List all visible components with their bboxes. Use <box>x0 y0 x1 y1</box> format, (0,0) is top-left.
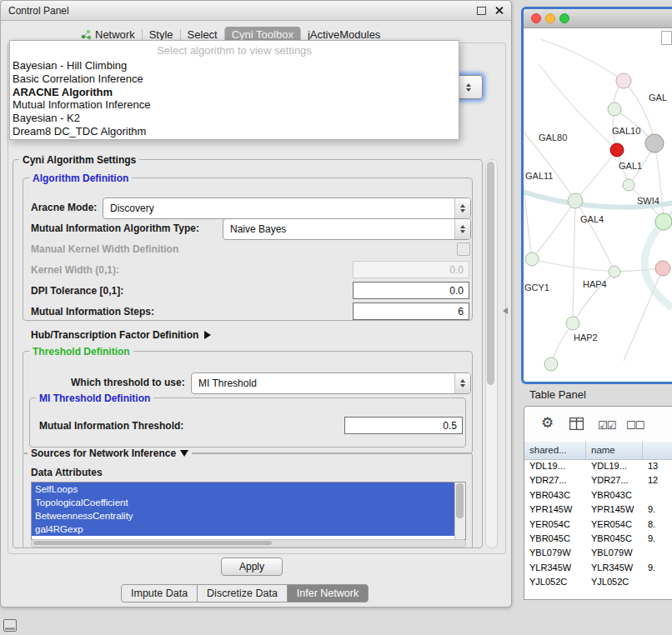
which-threshold-combo[interactable]: MI Threshold <box>191 372 471 394</box>
mi-algorithm-type-combo[interactable]: Naive Bayes <box>223 218 471 240</box>
cell: 9. <box>643 561 672 575</box>
table-row[interactable]: YDL19...YDL19...13 <box>524 459 672 473</box>
network-canvas[interactable]: GAL GAL80 GAL10 GAL11 GAL1 SWI4 GAL4 GCY… <box>524 28 672 377</box>
cell: 13 <box>643 459 672 473</box>
cell: 8. <box>643 518 672 532</box>
cell: YJL052C <box>586 575 643 589</box>
mi-steps-field[interactable]: 6 <box>353 302 469 320</box>
cell: YER054C <box>524 518 586 532</box>
hub-tf-definition-label: Hub/Transcription Factor Definition <box>31 329 198 341</box>
table-row[interactable]: YBR045CYBR045C9. <box>524 532 672 546</box>
algorithm-option[interactable]: Mutual Information Inference <box>10 98 459 112</box>
column-select-icon[interactable] <box>569 418 584 430</box>
node-green[interactable] <box>525 252 539 266</box>
node-label: GAL1 <box>619 161 642 171</box>
table-row[interactable]: YER054CYER054C8. <box>524 518 672 532</box>
node-green-hap2[interactable] <box>566 317 579 330</box>
tab-infer-network[interactable]: Infer Network <box>287 584 369 602</box>
tab-impute-data[interactable]: Impute Data <box>121 584 198 602</box>
cell <box>643 575 672 589</box>
node-green[interactable] <box>609 266 620 278</box>
minimize-traffic-light[interactable] <box>545 13 555 23</box>
algorithm-option-selected[interactable]: ARACNE Algorithm <box>10 86 459 99</box>
node-red-gal10[interactable] <box>610 143 624 157</box>
node-green[interactable] <box>655 213 672 230</box>
tab-discretize-data[interactable]: Discretize Data <box>197 584 288 602</box>
which-threshold-label: Which threshold to use: <box>71 377 185 388</box>
attribute-item[interactable]: SelfLoops <box>32 482 465 496</box>
sources-group-title[interactable]: Sources for Network Inference <box>28 448 192 459</box>
select-all-checkboxes-icon[interactable]: ☑☑ <box>598 418 615 433</box>
expand-right-icon <box>204 331 211 339</box>
float-window-icon[interactable] <box>477 7 486 15</box>
algorithm-option[interactable]: Bayesian - K2 <box>10 112 459 125</box>
which-threshold-value: MI Threshold <box>192 378 454 389</box>
cell: YPR145W <box>524 502 586 517</box>
cell: YDL19... <box>524 459 586 473</box>
close-icon[interactable] <box>494 6 504 15</box>
cell: YDL19... <box>586 459 643 473</box>
minimized-panel-icon[interactable] <box>3 619 17 632</box>
table-row[interactable]: YPR145WYPR145W9. <box>524 502 672 517</box>
node-green-gal4[interactable] <box>568 193 583 208</box>
table-row[interactable]: YJL052CYJL052C <box>524 575 672 589</box>
attribute-item[interactable]: gal4RGexp <box>32 522 465 536</box>
mi-threshold-field[interactable]: 0.5 <box>344 417 463 434</box>
settings-scrollbar-track[interactable] <box>485 159 498 548</box>
manual-kernel-width-label: Manual Kernel Width Definition <box>31 243 178 255</box>
apply-button[interactable]: Apply <box>221 558 283 576</box>
manual-kernel-width-checkbox[interactable] <box>457 242 470 256</box>
mi-threshold-definition-title: MI Threshold Definition <box>36 392 153 404</box>
algorithm-option[interactable]: Dream8 DC_TDC Algorithm <box>10 125 459 138</box>
table-row[interactable]: YLR345WYLR345W9. <box>524 561 672 575</box>
attribute-list-scrollbar[interactable] <box>454 482 465 539</box>
table-row[interactable]: YBL079WYBL079W <box>524 546 672 560</box>
attribute-item[interactable]: TopologicalCoefficient <box>32 496 465 509</box>
cell: YBR045C <box>586 532 643 546</box>
table-panel-title: Table Panel <box>529 388 586 401</box>
cell: YBR045C <box>524 532 586 546</box>
aracne-mode-combo[interactable]: Discovery <box>103 198 471 219</box>
column-header-shared-name[interactable]: shared... <box>524 442 586 459</box>
dpi-tolerance-field[interactable]: 0.0 <box>353 282 469 299</box>
zoom-traffic-light[interactable] <box>559 13 569 23</box>
network-scroll-widget[interactable] <box>661 31 672 45</box>
tab-jactivemodules-label: jActiveModules <box>308 28 380 41</box>
table-row[interactable]: YBR043CYBR043C <box>524 488 672 502</box>
cell: YDR27... <box>586 473 643 488</box>
node-pink[interactable] <box>616 73 631 88</box>
algorithm-option[interactable]: Bayesian - Hill Climbing <box>10 59 459 72</box>
attribute-list-hscrollbar[interactable] <box>31 539 466 548</box>
node-label: GAL80 <box>539 132 567 142</box>
attribute-list-hscrollbar-thumb[interactable] <box>33 541 272 545</box>
cell: YDR27... <box>524 473 586 488</box>
mi-algorithm-type-value: Naive Bayes <box>223 223 454 235</box>
node-label: SWI4 <box>637 196 659 206</box>
node-label: GAL <box>649 92 667 102</box>
settings-scrollbar-thumb[interactable] <box>487 162 494 385</box>
node-pink[interactable] <box>655 261 670 276</box>
column-header-partial[interactable] <box>643 442 672 459</box>
attribute-list-scrollbar-thumb[interactable] <box>456 483 464 518</box>
control-panel-title: Control Panel <box>8 5 69 17</box>
bottom-tab-bar: Impute Data Discretize Data Infer Networ… <box>121 584 369 602</box>
attribute-item[interactable]: BetweennessCentrality <box>32 509 465 522</box>
data-attributes-list[interactable]: SelfLoops TopologicalCoefficient Between… <box>31 482 466 540</box>
deselect-all-checkboxes-icon[interactable]: ☐☐ <box>626 418 644 433</box>
node-green[interactable] <box>544 358 558 371</box>
splitter-collapse-icon[interactable] <box>503 308 508 314</box>
network-window-titlebar[interactable] <box>524 9 672 28</box>
node-gray[interactable] <box>645 134 664 152</box>
close-traffic-light[interactable] <box>531 13 541 23</box>
gear-icon[interactable]: ⚙ <box>541 416 554 431</box>
kernel-width-field[interactable]: 0.0 <box>353 261 469 278</box>
node-green[interactable] <box>608 102 621 116</box>
node-label: GAL10 <box>612 126 640 136</box>
table-panel-window: ⚙ ☑☑ ☐☐ shared... name YDL19...YDL19...1… <box>524 406 672 600</box>
column-header-name[interactable]: name <box>586 442 643 459</box>
table-row[interactable]: YDR27...YDR27...12 <box>524 473 672 488</box>
cell: YPR145W <box>586 502 643 517</box>
hub-tf-definition-section[interactable]: Hub/Transcription Factor Definition <box>31 329 211 341</box>
node-green[interactable] <box>623 179 634 191</box>
algorithm-option[interactable]: Basic Correlation Inference <box>10 72 459 86</box>
